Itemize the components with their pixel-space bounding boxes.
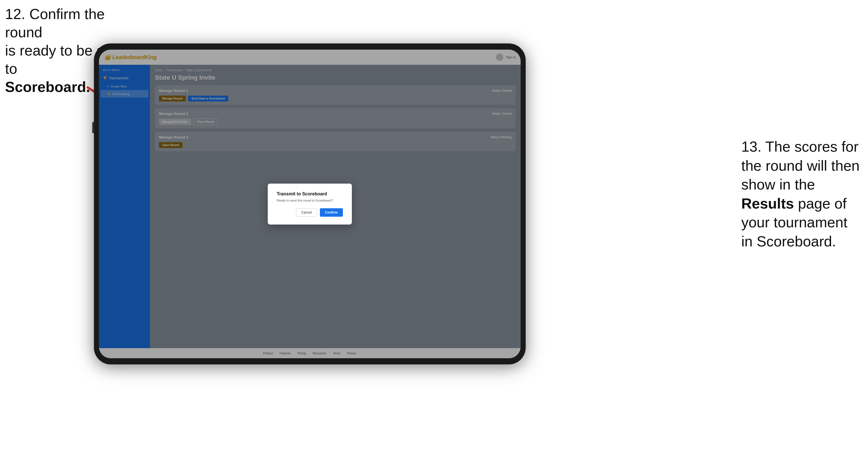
dialog-subtitle: Ready to send this round to Scoreboard? [277, 199, 343, 202]
annotation-right-line3: show in the [741, 176, 815, 193]
annotation-right-line1: 13. The scores for [741, 138, 859, 155]
annotation-right-line6: in Scoreboard. [741, 233, 836, 249]
tablet-side-button [92, 122, 94, 133]
annotation-right-line5: your tournament [741, 214, 847, 230]
confirm-button[interactable]: Confirm [320, 208, 343, 217]
annotation-right-rest: page of [794, 195, 847, 212]
modal-overlay: Transmit to Scoreboard Ready to send thi… [99, 50, 521, 358]
tablet-device: 👑 LeaderboardKing Sign In MAIN MENU 🏆 To… [94, 43, 526, 365]
annotation-right-bold: Results [741, 195, 794, 212]
cancel-button[interactable]: Cancel [296, 208, 317, 217]
dialog-buttons: Cancel Confirm [277, 208, 343, 217]
transmit-dialog: Transmit to Scoreboard Ready to send thi… [268, 184, 352, 224]
annotation-top-line3: Scoreboard. [5, 79, 90, 95]
annotation-right-line2: the round will then [741, 158, 860, 174]
annotation-top-line1: 12. Confirm the round [5, 6, 105, 40]
annotation-right: 13. The scores for the round will then s… [741, 137, 860, 251]
tablet-screen: 👑 LeaderboardKing Sign In MAIN MENU 🏆 To… [99, 50, 521, 358]
dialog-title: Transmit to Scoreboard [277, 191, 343, 196]
